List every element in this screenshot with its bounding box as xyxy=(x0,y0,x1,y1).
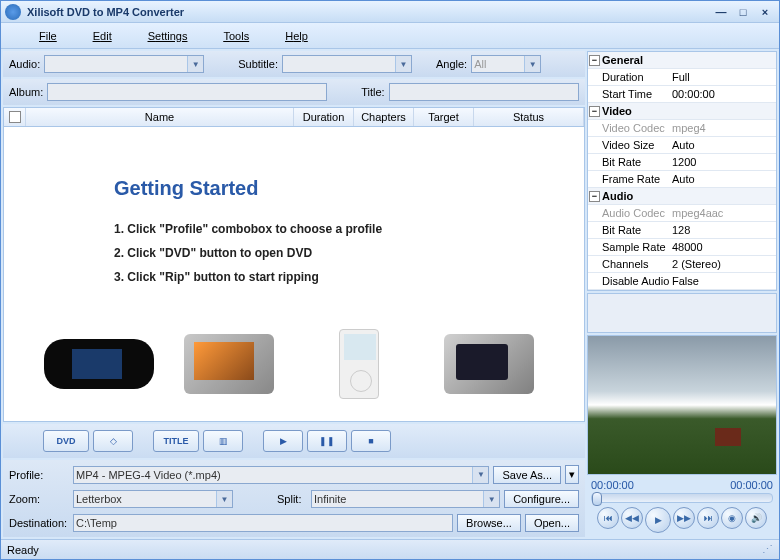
resize-grip-icon[interactable]: ⋰ xyxy=(762,543,773,556)
zoom-label: Zoom: xyxy=(9,493,69,505)
app-icon xyxy=(5,4,21,20)
mute-button[interactable]: 🔊 xyxy=(745,507,767,529)
menubar: File Edit Settings Tools Help xyxy=(1,23,779,49)
col-status[interactable]: Status xyxy=(474,108,584,126)
camera-image xyxy=(174,324,284,404)
play-button[interactable]: ▶ xyxy=(645,507,671,533)
dvd-button[interactable]: DVD xyxy=(43,430,89,452)
open-button[interactable]: Open... xyxy=(525,514,579,532)
gps-image xyxy=(434,324,544,404)
menu-help[interactable]: Help xyxy=(267,26,326,46)
profile-combo[interactable]: MP4 - MPEG-4 Video (*.mp4)▼ xyxy=(73,466,489,484)
app-title: Xilisoft DVD to MP4 Converter xyxy=(27,6,709,18)
dest-label: Destination: xyxy=(9,517,69,529)
audio-label: Audio: xyxy=(9,58,40,70)
dest-row: Destination: C:\Temp Browse... Open... xyxy=(9,511,579,535)
menu-edit[interactable]: Edit xyxy=(75,26,130,46)
col-duration[interactable]: Duration xyxy=(294,108,354,126)
menu-settings[interactable]: Settings xyxy=(130,26,206,46)
titlefield-label: Title: xyxy=(361,86,384,98)
prop-vsize[interactable]: Video SizeAuto xyxy=(588,137,776,154)
menu-tools[interactable]: Tools xyxy=(205,26,267,46)
bottom-rows: Profile: MP4 - MPEG-4 Video (*.mp4)▼ Sav… xyxy=(3,460,585,537)
prop-audio-header[interactable]: −Audio xyxy=(588,188,776,205)
next-button[interactable]: ⏭ xyxy=(697,507,719,529)
pause-button[interactable]: ❚❚ xyxy=(307,430,347,452)
col-target[interactable]: Target xyxy=(414,108,474,126)
col-name[interactable]: Name xyxy=(26,108,294,126)
col-check[interactable] xyxy=(4,108,26,126)
browse-button[interactable]: Browse... xyxy=(457,514,521,532)
left-pane: Audio: ▼ Subtitle: ▼ Angle: All▼ Album: … xyxy=(3,51,585,537)
rewind-button[interactable]: ◀◀ xyxy=(621,507,643,529)
chapter-button[interactable]: ▥ xyxy=(203,430,243,452)
prop-vbitrate[interactable]: Bit Rate1200 xyxy=(588,154,776,171)
angle-label: Angle: xyxy=(436,58,467,70)
profile-label: Profile: xyxy=(9,469,69,481)
title-button[interactable]: TITLE xyxy=(153,430,199,452)
prop-vframerate[interactable]: Frame RateAuto xyxy=(588,171,776,188)
album-input[interactable] xyxy=(47,83,327,101)
checkbox-icon[interactable] xyxy=(9,111,21,123)
content: Audio: ▼ Subtitle: ▼ Angle: All▼ Album: … xyxy=(1,49,779,539)
rip-button[interactable]: ▶ xyxy=(263,430,303,452)
menu-file[interactable]: File xyxy=(21,26,75,46)
prop-achannels[interactable]: Channels2 (Stereo) xyxy=(588,256,776,273)
dest-input[interactable]: C:\Temp xyxy=(73,514,453,532)
zoom-combo[interactable]: Letterbox▼ xyxy=(73,490,233,508)
prop-acodec[interactable]: Audio Codecmpeg4aac xyxy=(588,205,776,222)
prop-starttime[interactable]: Start Time00:00:00 xyxy=(588,86,776,103)
disc-button[interactable]: ◇ xyxy=(93,430,133,452)
prop-asamplerate[interactable]: Sample Rate48000 xyxy=(588,239,776,256)
step-2: 2. Click "DVD" button to open DVD xyxy=(114,246,544,260)
prop-video-header[interactable]: −Video xyxy=(588,103,776,120)
time-bar: 00:00:00 00:00:00 xyxy=(587,477,777,493)
saveas-more-button[interactable]: ▾ xyxy=(565,465,579,484)
prop-duration[interactable]: DurationFull xyxy=(588,69,776,86)
prev-button[interactable]: ⏮ xyxy=(597,507,619,529)
collapse-icon[interactable]: − xyxy=(589,55,600,66)
param-row-1: Audio: ▼ Subtitle: ▼ Angle: All▼ xyxy=(3,51,585,77)
property-grid[interactable]: −General DurationFull Start Time00:00:00… xyxy=(587,51,777,291)
titlebar: Xilisoft DVD to MP4 Converter — □ × xyxy=(1,1,779,23)
collapse-icon[interactable]: − xyxy=(589,191,600,202)
stop-button[interactable]: ■ xyxy=(351,430,391,452)
collapse-icon[interactable]: − xyxy=(589,106,600,117)
subtitle-combo[interactable]: ▼ xyxy=(282,55,412,73)
saveas-button[interactable]: Save As... xyxy=(493,466,561,484)
forward-button[interactable]: ▶▶ xyxy=(673,507,695,529)
maximize-button[interactable]: □ xyxy=(733,4,753,20)
playback-panel: 00:00:00 00:00:00 ⏮ ◀◀ ▶ ▶▶ ⏭ ◉ 🔊 xyxy=(587,477,777,537)
statusbar: Ready ⋰ xyxy=(1,539,779,559)
prop-adisable[interactable]: Disable AudioFalse xyxy=(588,273,776,290)
snapshot-button[interactable]: ◉ xyxy=(721,507,743,529)
configure-button[interactable]: Configure... xyxy=(504,490,579,508)
title-input[interactable] xyxy=(389,83,579,101)
video-preview[interactable] xyxy=(587,335,777,475)
getting-started: Getting Started 1. Click "Profile" combo… xyxy=(4,127,584,304)
step-3: 3. Click "Rip" button to start ripping xyxy=(114,270,544,284)
audio-combo[interactable]: ▼ xyxy=(44,55,204,73)
prop-abitrate[interactable]: Bit Rate128 xyxy=(588,222,776,239)
chevron-down-icon: ▼ xyxy=(472,467,488,483)
file-list: Name Duration Chapters Target Status Get… xyxy=(3,107,585,422)
prop-general-header[interactable]: −General xyxy=(588,52,776,69)
chevron-down-icon: ▼ xyxy=(216,491,232,507)
seek-slider[interactable] xyxy=(591,493,773,503)
close-button[interactable]: × xyxy=(755,4,775,20)
album-label: Album: xyxy=(9,86,43,98)
ipod-image xyxy=(304,324,414,404)
list-area: Getting Started 1. Click "Profile" combo… xyxy=(3,127,585,422)
col-chapters[interactable]: Chapters xyxy=(354,108,414,126)
prop-vcodec[interactable]: Video Codecmpeg4 xyxy=(588,120,776,137)
status-text: Ready xyxy=(7,544,39,556)
play-controls: ⏮ ◀◀ ▶ ▶▶ ⏭ ◉ 🔊 xyxy=(587,503,777,537)
slider-thumb[interactable] xyxy=(592,492,602,506)
split-combo[interactable]: Infinite▼ xyxy=(311,490,500,508)
split-label: Split: xyxy=(277,493,307,505)
chevron-down-icon: ▼ xyxy=(483,491,499,507)
angle-combo[interactable]: All▼ xyxy=(471,55,541,73)
chevron-down-icon: ▼ xyxy=(524,56,540,72)
minimize-button[interactable]: — xyxy=(711,4,731,20)
zoom-row: Zoom: Letterbox▼ Split: Infinite▼ Config… xyxy=(9,487,579,511)
